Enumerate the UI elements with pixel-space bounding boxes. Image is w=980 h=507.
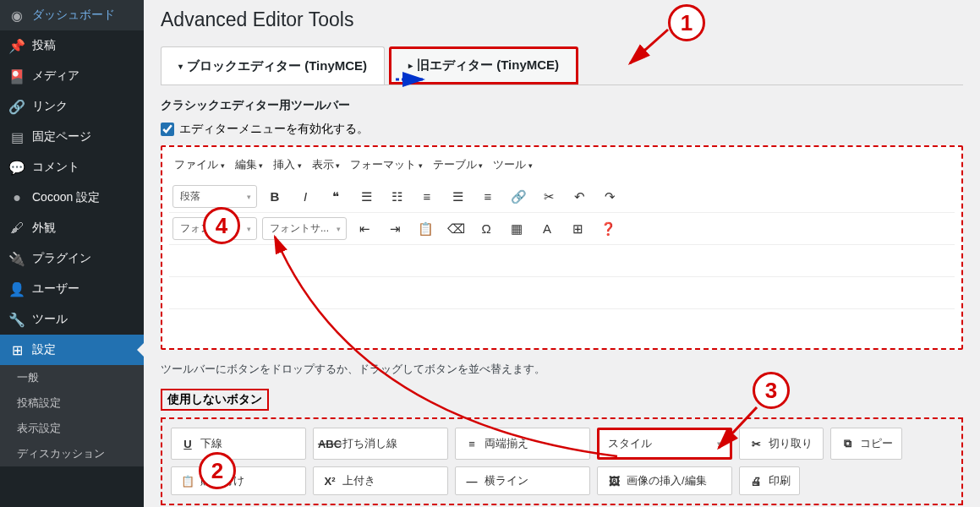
paste-text-button[interactable]: 📋 xyxy=(413,217,438,241)
unused-section-title: 使用しないボタン xyxy=(161,389,269,411)
outdent-button[interactable]: ⇤ xyxy=(352,217,377,241)
unused-styles[interactable]: スタイル▾ xyxy=(597,428,732,460)
a-button[interactable]: A xyxy=(534,217,560,241)
strike-icon: ABC xyxy=(322,438,337,450)
link-button[interactable]: 🔗 xyxy=(506,185,531,209)
undo-button[interactable]: ↶ xyxy=(567,185,592,209)
sidebar-item-posts[interactable]: 📌投稿 xyxy=(0,30,144,61)
menu-view[interactable]: 表示 xyxy=(312,157,341,172)
toolbar-row-2: フォントフ... フォントサ... ⇤ ⇥ 📋 ⌫ Ω ▦ A ⊞ ❓ xyxy=(169,213,955,245)
editor-tabs: ▾ ブロックエディター (TinyMCE) ▸ 旧エディター (TinyMCE) xyxy=(161,46,963,85)
menu-file[interactable]: ファイル xyxy=(174,157,225,172)
justify-icon: ≡ xyxy=(464,438,479,450)
print-icon: 🖨 xyxy=(748,475,764,488)
gauge-icon: ◉ xyxy=(8,7,25,24)
enable-menu-checkbox[interactable]: エディターメニューを有効化する。 xyxy=(161,122,963,137)
section-title-classic: クラシックエディター用ツールバー xyxy=(161,98,963,113)
triangle-right-icon: ▸ xyxy=(408,61,413,70)
special-char-button[interactable]: Ω xyxy=(474,217,499,241)
sidebar-sub-discussion[interactable]: ディスカッション xyxy=(0,441,144,466)
unused-sup[interactable]: X²上付き xyxy=(313,466,448,495)
menu-edit[interactable]: 編集 xyxy=(235,157,264,172)
paste-icon: 📋 xyxy=(180,475,195,488)
sidebar-item-dashboard[interactable]: ◉ダッシュボード xyxy=(0,0,144,30)
sidebar-item-plugins[interactable]: 🔌プラグイン xyxy=(0,243,144,274)
fontsize-select[interactable]: フォントサ... xyxy=(262,217,347,240)
number-list-button[interactable]: ☷ xyxy=(384,185,409,209)
toolbar-row-4[interactable] xyxy=(169,277,955,309)
unused-copy[interactable]: ⧉コピー xyxy=(830,428,902,460)
underline-icon: U xyxy=(180,438,195,450)
admin-sidebar: ◉ダッシュボード 📌投稿 🎴メディア 🔗リンク ▤固定ページ 💬コメント ●Co… xyxy=(0,0,144,507)
sidebar-item-media[interactable]: 🎴メディア xyxy=(0,61,144,91)
align-center-button[interactable]: ☰ xyxy=(445,185,470,209)
menu-table[interactable]: テーブル xyxy=(433,157,484,172)
bullet-list-button[interactable]: ☰ xyxy=(353,185,379,209)
triangle-down-icon: ▾ xyxy=(178,62,183,71)
cut-icon: ✂ xyxy=(748,438,764,450)
blockquote-button[interactable]: ❝ xyxy=(323,185,348,209)
sidebar-item-links[interactable]: 🔗リンク xyxy=(0,91,144,122)
page-title: Advanced Editor Tools xyxy=(161,8,963,31)
unused-buttons-area: U下線 ABC打ち消し線 ≡両端揃え スタイル▾ ✂切り取り ⧉コピー 📋貼り付… xyxy=(161,417,963,505)
sidebar-item-settings[interactable]: ⊞設定 xyxy=(0,335,144,365)
toolbar-area: ファイル 編集 挿入 表示 フォーマット テーブル ツール 段落 B I ❝ ☰… xyxy=(161,145,963,350)
bold-button[interactable]: B xyxy=(262,185,287,209)
wrench-icon: 🔧 xyxy=(8,311,25,328)
menubar: ファイル 編集 挿入 表示 フォーマット テーブル ツール xyxy=(169,154,955,176)
unused-justify[interactable]: ≡両端揃え xyxy=(455,428,590,460)
menu-format[interactable]: フォーマット xyxy=(350,157,423,172)
toolbar-row-3[interactable] xyxy=(169,245,955,277)
indent-button[interactable]: ⇥ xyxy=(382,217,408,241)
sidebar-sub-general[interactable]: 一般 xyxy=(0,365,144,390)
user-icon: 👤 xyxy=(8,281,25,297)
paragraph-select[interactable]: 段落 xyxy=(172,185,257,208)
sidebar-item-appearance[interactable]: 🖌外観 xyxy=(0,213,144,243)
link-icon: 🔗 xyxy=(8,98,25,115)
callout-2: 2 xyxy=(199,452,236,489)
table-button[interactable]: ⊞ xyxy=(565,217,590,241)
dot-icon: ● xyxy=(8,189,25,206)
callout-1: 1 xyxy=(668,4,705,41)
unused-underline[interactable]: U下線 xyxy=(171,428,306,460)
unlink-button[interactable]: ✂ xyxy=(536,185,561,209)
toolbar-row-1: 段落 B I ❝ ☰ ☷ ≡ ☰ ≡ 🔗 ✂ ↶ ↷ xyxy=(169,181,955,213)
sidebar-item-tools[interactable]: 🔧ツール xyxy=(0,304,144,335)
align-left-button[interactable]: ≡ xyxy=(414,185,440,209)
sidebar-sub-writing[interactable]: 投稿設定 xyxy=(0,390,144,416)
redo-button[interactable]: ↷ xyxy=(597,185,622,209)
main-content: Advanced Editor Tools ▾ ブロックエディター (TinyM… xyxy=(144,0,980,507)
unused-paste[interactable]: 📋貼り付け xyxy=(171,466,306,495)
callout-3: 3 xyxy=(753,372,790,409)
page-icon: ▤ xyxy=(8,128,25,145)
unused-hr[interactable]: —横ライン xyxy=(455,466,590,495)
italic-button[interactable]: I xyxy=(293,185,318,209)
tab-block-editor[interactable]: ▾ ブロックエディター (TinyMCE) xyxy=(161,46,385,84)
sidebar-item-cocoon[interactable]: ●Cocoon 設定 xyxy=(0,183,144,213)
superscript-icon: X² xyxy=(322,475,337,488)
help-button[interactable]: ❓ xyxy=(595,217,621,241)
copy-icon: ⧉ xyxy=(840,437,855,450)
enable-menu-input[interactable] xyxy=(161,123,174,136)
comment-icon: 💬 xyxy=(8,159,25,176)
chevron-down-icon: ▾ xyxy=(717,439,721,448)
sidebar-item-pages[interactable]: ▤固定ページ xyxy=(0,122,144,152)
text-color-button[interactable]: ▦ xyxy=(504,217,529,241)
clear-format-button[interactable]: ⌫ xyxy=(443,217,468,241)
menu-insert[interactable]: 挿入 xyxy=(273,157,302,172)
sliders-icon: ⊞ xyxy=(8,341,25,358)
unused-cut[interactable]: ✂切り取り xyxy=(739,428,824,460)
sidebar-item-users[interactable]: 👤ユーザー xyxy=(0,274,144,304)
sidebar-item-comments[interactable]: 💬コメント xyxy=(0,152,144,183)
unused-strike[interactable]: ABC打ち消し線 xyxy=(313,428,448,460)
toolbar-row-5[interactable] xyxy=(169,309,955,341)
align-right-button[interactable]: ≡ xyxy=(475,185,501,209)
menu-tools[interactable]: ツール xyxy=(493,157,533,172)
hr-icon: — xyxy=(464,475,479,488)
sidebar-sub-reading[interactable]: 表示設定 xyxy=(0,416,144,441)
tab-classic-editor[interactable]: ▸ 旧エディター (TinyMCE) xyxy=(389,46,578,84)
unused-print[interactable]: 🖨印刷 xyxy=(739,466,800,495)
unused-image[interactable]: 🖼画像の挿入/編集 xyxy=(597,466,732,495)
media-icon: 🎴 xyxy=(8,68,25,84)
brush-icon: 🖌 xyxy=(8,220,25,237)
